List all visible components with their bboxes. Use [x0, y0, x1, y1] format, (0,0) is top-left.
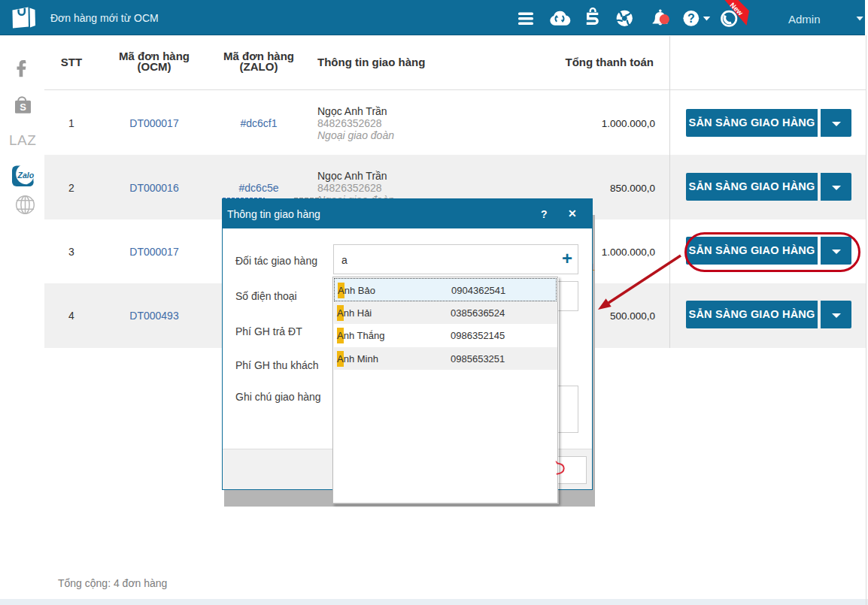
svg-text:LAZ: LAZ: [9, 132, 36, 148]
svg-text:?: ?: [687, 12, 695, 25]
svg-text:Zalo: Zalo: [17, 171, 35, 180]
svg-text:S: S: [20, 101, 26, 113]
